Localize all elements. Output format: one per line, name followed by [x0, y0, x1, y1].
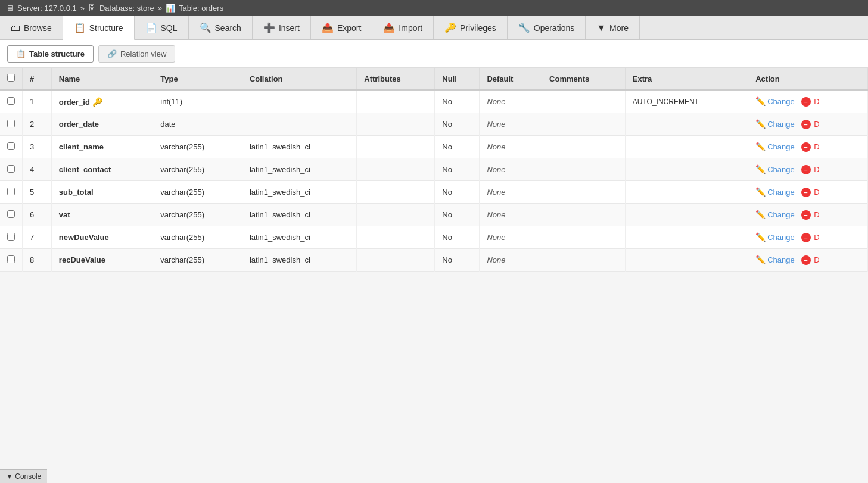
table-header-row: # Name Type Collation Attributes Null De… [0, 68, 868, 90]
table-row: 4 client_contact varchar(255) latin1_swe… [0, 158, 868, 181]
row-action: ✏️ Change – D [748, 113, 868, 136]
sub-tab-table-structure-label: Table structure [29, 49, 85, 58]
tab-more[interactable]: ▼ More [586, 16, 640, 39]
row-checkbox[interactable] [0, 136, 23, 158]
row-name: client_name [51, 136, 153, 158]
drop-icon[interactable]: – [801, 120, 811, 129]
row-select-checkbox[interactable] [7, 165, 15, 173]
drop-icon[interactable]: – [801, 255, 811, 265]
row-name: newDueValue [51, 226, 153, 249]
drop-label: D [814, 233, 819, 242]
tab-search[interactable]: 🔍 Search [189, 16, 253, 39]
export-icon: 📤 [322, 22, 334, 33]
row-select-checkbox[interactable] [7, 97, 15, 105]
tab-sql[interactable]: 📄 SQL [135, 16, 189, 39]
select-all-checkbox[interactable] [7, 74, 15, 82]
tab-import[interactable]: 📥 Import [372, 16, 434, 39]
change-label: Change [767, 188, 795, 197]
row-type: varchar(255) [153, 181, 242, 204]
row-default: None [480, 181, 542, 204]
tab-structure-label: Structure [89, 23, 123, 33]
extra-value: AUTO_INCREMENT [633, 98, 699, 106]
row-checkbox[interactable] [0, 113, 23, 136]
more-icon: ▼ [596, 23, 606, 33]
tab-browse[interactable]: 🗃 Browse [0, 16, 63, 39]
drop-icon[interactable]: – [801, 188, 811, 197]
header-type: Type [153, 68, 242, 90]
row-checkbox[interactable] [0, 181, 23, 204]
change-link[interactable]: ✏️ Change [755, 142, 795, 151]
row-attributes [357, 249, 435, 272]
row-num: 3 [23, 136, 52, 158]
title-bar: 🖥 Server: 127.0.0.1 » 🗄 Database: store … [0, 0, 868, 16]
row-name: order_date [51, 113, 153, 136]
row-null: No [435, 226, 480, 249]
drop-icon[interactable]: – [801, 210, 811, 220]
change-link[interactable]: ✏️ Change [755, 164, 795, 174]
tab-privileges[interactable]: 🔑 Privileges [434, 16, 508, 39]
sub-tab-table-structure[interactable]: 📋 Table structure [7, 45, 94, 63]
row-type: varchar(255) [153, 204, 242, 226]
row-select-checkbox[interactable] [7, 120, 15, 127]
row-action: ✏️ Change – D [748, 249, 868, 272]
row-collation: latin1_swedish_ci [242, 136, 356, 158]
row-default: None [480, 226, 542, 249]
row-select-checkbox[interactable] [7, 142, 15, 150]
change-link[interactable]: ✏️ Change [755, 232, 795, 242]
sql-icon: 📄 [145, 22, 157, 33]
row-collation: latin1_swedish_ci [242, 249, 356, 272]
row-checkbox[interactable] [0, 226, 23, 249]
row-type: varchar(255) [153, 226, 242, 249]
row-checkbox[interactable] [0, 204, 23, 226]
change-link[interactable]: ✏️ Change [755, 96, 795, 106]
key-icon: 🔑 [92, 97, 102, 107]
change-label: Change [767, 210, 795, 219]
structure-icon: 📋 [74, 22, 86, 33]
tab-export-label: Export [337, 23, 361, 33]
field-name: client_contact [59, 165, 111, 174]
row-select-checkbox[interactable] [7, 255, 15, 263]
row-select-checkbox[interactable] [7, 233, 15, 241]
tab-export[interactable]: 📤 Export [311, 16, 372, 39]
row-checkbox[interactable] [0, 158, 23, 181]
row-attributes [357, 136, 435, 158]
row-action: ✏️ Change – D [748, 204, 868, 226]
pencil-icon: ✏️ [755, 187, 766, 197]
sep1: » [80, 4, 85, 13]
pencil-icon: ✏️ [755, 232, 766, 242]
tab-import-label: Import [399, 23, 422, 33]
tab-insert-label: Insert [279, 23, 300, 33]
sub-tab-relation-view[interactable]: 🔗 Relation view [98, 45, 175, 63]
pencil-icon: ✏️ [755, 255, 766, 264]
drop-icon[interactable]: – [801, 165, 811, 174]
row-attributes [357, 158, 435, 181]
change-link[interactable]: ✏️ Change [755, 255, 795, 264]
row-default: None [480, 136, 542, 158]
change-link[interactable]: ✏️ Change [755, 119, 795, 129]
default-value: None [487, 188, 505, 197]
drop-icon[interactable]: – [801, 97, 811, 107]
row-select-checkbox[interactable] [7, 210, 15, 218]
change-label: Change [767, 255, 795, 264]
browse-icon: 🗃 [11, 23, 20, 33]
row-checkbox[interactable] [0, 90, 23, 113]
tab-operations[interactable]: 🔧 Operations [508, 16, 586, 39]
operations-icon: 🔧 [518, 22, 530, 33]
row-num: 6 [23, 204, 52, 226]
row-attributes [357, 90, 435, 113]
database-icon: 🗄 [88, 4, 96, 13]
row-extra: AUTO_INCREMENT [625, 90, 748, 113]
drop-icon[interactable]: – [801, 142, 811, 152]
change-link[interactable]: ✏️ Change [755, 187, 795, 197]
tab-insert[interactable]: ➕ Insert [253, 16, 311, 39]
tab-structure[interactable]: 📋 Structure [63, 16, 135, 40]
row-collation: latin1_swedish_ci [242, 226, 356, 249]
row-collation [242, 113, 356, 136]
row-select-checkbox[interactable] [7, 188, 15, 195]
row-extra [625, 113, 748, 136]
row-checkbox[interactable] [0, 249, 23, 272]
change-link[interactable]: ✏️ Change [755, 210, 795, 219]
row-action: ✏️ Change – D [748, 158, 868, 181]
row-default: None [480, 90, 542, 113]
drop-icon[interactable]: – [801, 233, 811, 242]
